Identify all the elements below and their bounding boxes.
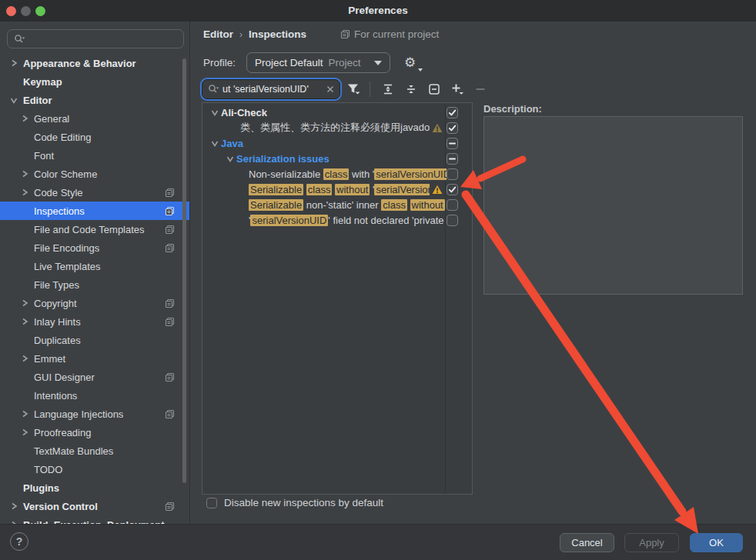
chevron-right-icon[interactable] (8, 58, 20, 68)
ok-button[interactable]: OK (690, 533, 743, 552)
sidebar-item-plugins[interactable]: Plugins (0, 478, 190, 497)
sidebar-scrollbar-thumb[interactable] (182, 58, 186, 483)
sidebar-item-color-scheme[interactable]: Color Scheme (0, 165, 190, 183)
inspection-item-label: 'serialVersionUID' field not declared 'p… (249, 215, 447, 226)
apply-button[interactable]: Apply (624, 533, 679, 552)
sidebar-item-proofreading[interactable]: Proofreading (0, 423, 190, 442)
breadcrumb-editor[interactable]: Editor (203, 28, 233, 40)
sidebar-item-label: Language Injections (34, 408, 123, 420)
sidebar-item-version-control[interactable]: Version Control (0, 497, 190, 515)
chevron-right-icon[interactable] (18, 354, 31, 363)
inspection-item[interactable]: Serializable class without 'serialVersio… (202, 182, 472, 197)
inspections-toolbar (202, 79, 490, 99)
sidebar-item-gui-designer[interactable]: GUI Designer (0, 368, 190, 386)
per-project-icon (165, 502, 175, 512)
sidebar-item-copyright[interactable]: Copyright (0, 294, 190, 312)
sidebar-search-input[interactable] (29, 33, 168, 45)
inspection-group-ali-check[interactable]: Ali-Check (202, 105, 472, 120)
profile-select[interactable]: Project Default Project (246, 52, 390, 73)
per-project-icon (165, 206, 175, 216)
chevron-right-icon[interactable] (18, 169, 31, 178)
inspection-checkbox-indeterminate[interactable] (447, 153, 458, 165)
per-project-icon (165, 243, 175, 253)
chevron-down-icon[interactable] (224, 154, 236, 163)
search-match-highlight: class (306, 184, 333, 195)
disable-new-inspections-row: Disable new inspections by default (206, 497, 383, 508)
sidebar-item-textmate-bundles[interactable]: TextMate Bundles (0, 442, 190, 460)
search-icon (14, 34, 25, 45)
sidebar-item-todo[interactable]: TODO (0, 460, 190, 478)
filter-icon[interactable] (343, 79, 363, 99)
window-title: Preferences (0, 5, 756, 16)
inspection-group-java[interactable]: Java (202, 135, 472, 151)
inspection-item[interactable]: 类、类属性、类方法的注释必须使用javadoc规范 (202, 120, 472, 135)
chevron-right-icon[interactable] (18, 298, 31, 308)
sidebar-item-label: Plugins (23, 482, 59, 494)
per-project-icon (165, 225, 175, 235)
sidebar-item-emmet[interactable]: Emmet (0, 349, 190, 368)
sidebar-item-label: Keymap (23, 76, 62, 88)
sidebar-item-live-templates[interactable]: Live Templates (0, 257, 190, 275)
sidebar-item-file-and-code-templates[interactable]: File and Code Templates (0, 220, 190, 238)
sidebar-item-file-types[interactable]: File Types (0, 275, 190, 294)
chevron-right-icon[interactable] (18, 114, 31, 123)
sidebar-item-code-editing[interactable]: Code Editing (0, 128, 190, 146)
sidebar-item-duplicates[interactable]: Duplicates (0, 331, 190, 349)
sidebar-item-editor[interactable]: Editor (0, 91, 190, 109)
sidebar-item-inlay-hints[interactable]: Inlay Hints (0, 312, 190, 331)
sidebar-item-font[interactable]: Font (0, 146, 190, 165)
titlebar: Preferences (0, 0, 756, 22)
breadcrumb-inspections[interactable]: Inspections (249, 28, 306, 40)
chevron-down-icon[interactable] (8, 95, 20, 105)
inspection-group-serialization-issues[interactable]: Serialization issues (202, 151, 472, 166)
sidebar-item-code-style[interactable]: Code Style (0, 183, 190, 202)
sidebar-search-box[interactable] (7, 29, 184, 48)
inspection-checkbox-unchecked[interactable] (447, 168, 458, 180)
toolbar-separator (370, 82, 370, 97)
help-button[interactable]: ? (10, 532, 28, 551)
chevron-right-icon[interactable] (18, 428, 31, 437)
inspection-checkbox-unchecked[interactable] (447, 215, 458, 226)
sidebar-item-keymap[interactable]: Keymap (0, 72, 190, 91)
chevron-right-icon[interactable] (18, 188, 31, 197)
chevron-down-icon[interactable] (209, 138, 221, 148)
chevron-right-icon[interactable] (18, 317, 31, 326)
disable-new-inspections-label: Disable new inspections by default (224, 497, 383, 508)
inspection-search-input[interactable] (222, 84, 323, 95)
sidebar-item-intentions[interactable]: Intentions (0, 386, 190, 405)
inspection-checkbox-checked[interactable] (447, 184, 458, 195)
inspection-item[interactable]: Serializable non-'static' inner class wi… (202, 197, 472, 212)
inspection-checkbox-checked[interactable] (447, 107, 458, 118)
chevron-down-icon[interactable] (209, 108, 221, 117)
reset-inspection-icon[interactable] (424, 79, 444, 99)
cancel-button[interactable]: Cancel (560, 533, 614, 552)
profile-value-suffix: Project (329, 57, 361, 68)
clear-search-icon[interactable] (326, 85, 334, 93)
expand-all-icon[interactable] (378, 79, 398, 99)
sidebar-item-label: Editor (23, 95, 52, 106)
inspection-search-field[interactable] (202, 79, 340, 99)
inspection-checkbox-checked[interactable] (447, 122, 458, 134)
search-match-highlight: serialVersionUID (374, 184, 430, 195)
gear-icon: ⚙ (404, 55, 416, 70)
sidebar-item-appearance-behavior[interactable]: Appearance & Behavior (0, 54, 190, 72)
add-inspection-icon[interactable] (447, 79, 467, 99)
sidebar-item-general[interactable]: General (0, 109, 190, 128)
inspection-checkbox-unchecked[interactable] (447, 199, 458, 211)
sidebar-item-build-execution-deployment[interactable]: Build, Execution, Deployment (0, 515, 190, 524)
inspection-item-label: 类、类属性、类方法的注释必须使用javadoc规范 (240, 121, 430, 135)
inspection-item[interactable]: 'serialVersionUID' field not declared 'p… (202, 212, 472, 228)
profile-actions-button[interactable]: ⚙ (404, 55, 423, 72)
chevron-right-icon[interactable] (18, 409, 31, 418)
chevron-right-icon[interactable] (8, 502, 20, 511)
search-match-highlight: Serializable (249, 184, 303, 195)
inspection-checkbox-indeterminate[interactable] (447, 138, 458, 149)
search-match-highlight: serialVersionUID (250, 215, 328, 226)
inspection-item[interactable]: Non-serializable class with 'serialVersi… (202, 166, 472, 182)
scope-label: For current project (354, 28, 439, 40)
collapse-all-icon[interactable] (401, 79, 421, 99)
sidebar-item-inspections[interactable]: Inspections (0, 202, 190, 220)
sidebar-item-file-encodings[interactable]: File Encodings (0, 238, 190, 257)
disable-new-inspections-checkbox[interactable] (206, 498, 217, 508)
sidebar-item-language-injections[interactable]: Language Injections (0, 405, 190, 423)
